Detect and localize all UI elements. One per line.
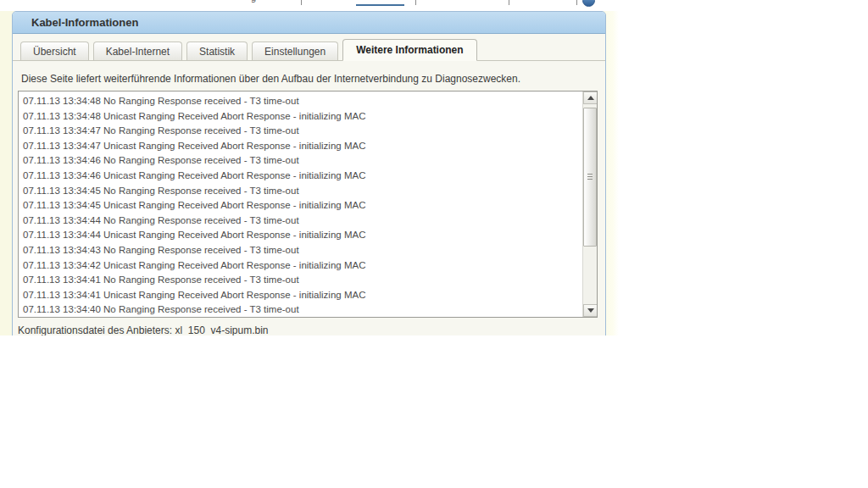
- log-line: 07.11.13 13:34:47 No Ranging Response re…: [23, 124, 593, 139]
- log-line: 07.11.13 13:34:41 Unicast Ranging Receiv…: [23, 288, 593, 303]
- nav-separator: [576, 0, 577, 5]
- top-nav-cropped: g: [0, 0, 619, 11]
- nav-separator: [415, 0, 416, 5]
- event-log-lines: 07.11.13 13:34:48 No Ranging Response re…: [19, 92, 597, 318]
- nav-text-fragment: g: [251, 0, 256, 3]
- log-line: 07.11.13 13:34:48 Unicast Ranging Receiv…: [23, 109, 593, 125]
- help-circle-icon[interactable]: [582, 0, 595, 7]
- scroll-up-button[interactable]: [583, 92, 598, 104]
- log-line: 07.11.13 13:34:48 No Ranging Response re…: [23, 94, 593, 109]
- vertical-scrollbar[interactable]: [582, 92, 597, 317]
- panel-title: Kabel-Informationen: [31, 16, 138, 29]
- arrow-down-icon: [587, 308, 594, 313]
- panel-header: Kabel-Informationen: [13, 12, 605, 34]
- nav-active-link-underline[interactable]: [356, 4, 404, 6]
- tab-label: Kabel-Internet: [106, 46, 170, 58]
- tab-statistik[interactable]: Statistik: [186, 42, 248, 60]
- tab-einstellungen[interactable]: Einstellungen: [252, 42, 338, 60]
- log-line: 07.11.13 13:34:47 Unicast Ranging Receiv…: [23, 139, 593, 154]
- config-file-line: Konfigurationsdatei des Anbieters: xl_15…: [18, 324, 605, 336]
- event-log-box[interactable]: 07.11.13 13:34:48 No Ranging Response re…: [18, 91, 598, 318]
- scrollbar-thumb[interactable]: [583, 108, 597, 247]
- log-line: 07.11.13 13:34:43 No Ranging Response re…: [23, 243, 593, 258]
- nav-separator: [301, 0, 302, 5]
- kabel-informationen-panel: Kabel-Informationen Übersicht Kabel-Inte…: [12, 11, 606, 336]
- scrollbar-grip-icon: [587, 174, 593, 181]
- log-line: 07.11.13 13:34:44 Unicast Ranging Receiv…: [23, 228, 593, 243]
- log-line: 07.11.13 13:34:44 No Ranging Response re…: [23, 214, 593, 229]
- scroll-down-button[interactable]: [583, 304, 598, 317]
- log-line: 07.11.13 13:34:45 Unicast Ranging Receiv…: [23, 198, 593, 214]
- page-description: Diese Seite liefert weiterführende Infor…: [21, 73, 605, 85]
- tab-label: Einstellungen: [264, 46, 326, 58]
- tab-label: Weitere Informationen: [356, 44, 463, 56]
- tab-uebersicht[interactable]: Übersicht: [20, 42, 89, 60]
- log-line: 07.11.13 13:34:41 No Ranging Response re…: [23, 273, 593, 288]
- tab-bar: Übersicht Kabel-Internet Statistik Einst…: [13, 39, 605, 61]
- tab-kabel-internet[interactable]: Kabel-Internet: [93, 42, 182, 60]
- screenshot-viewport: g Kabel-Informationen Übersicht Kab: [0, 0, 868, 488]
- log-line: 07.11.13 13:34:45 No Ranging Response re…: [23, 184, 593, 199]
- log-line: 07.11.13 13:34:40 No Ranging Response re…: [23, 302, 593, 318]
- log-line: 07.11.13 13:34:46 No Ranging Response re…: [23, 153, 593, 169]
- nav-separator: [509, 0, 509, 5]
- tab-weitere-informationen[interactable]: Weitere Informationen: [342, 39, 476, 61]
- log-line: 07.11.13 13:34:46 Unicast Ranging Receiv…: [23, 169, 593, 184]
- tab-label: Statistik: [199, 46, 235, 58]
- log-line: 07.11.13 13:34:42 Unicast Ranging Receiv…: [23, 258, 593, 274]
- arrow-up-icon: [587, 96, 594, 100]
- browser-page: g Kabel-Informationen Übersicht Kab: [0, 0, 619, 336]
- tab-label: Übersicht: [33, 46, 76, 58]
